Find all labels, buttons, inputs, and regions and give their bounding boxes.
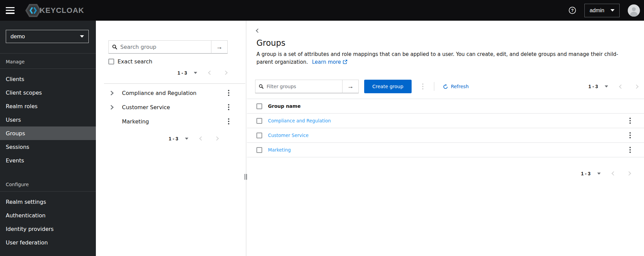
tree-item-label[interactable]: Customer Service bbox=[122, 104, 170, 111]
chevron-right-icon bbox=[627, 171, 631, 176]
next-page-button[interactable] bbox=[626, 170, 632, 177]
chevron-right-icon bbox=[223, 71, 228, 75]
arrow-right-icon: → bbox=[347, 83, 354, 90]
sidebar-item-sessions[interactable]: Sessions bbox=[0, 140, 96, 154]
tree-item-compliance-and-regulation: Compliance and Regulation bbox=[96, 86, 245, 100]
kebab-menu-button[interactable] bbox=[227, 103, 230, 111]
nav-list-configure: Realm settings Authentication Identity p… bbox=[0, 192, 96, 249]
create-group-button[interactable]: Create group bbox=[364, 80, 412, 93]
table-row: Compliance and Regulation bbox=[247, 114, 644, 128]
kebab-menu-button[interactable] bbox=[227, 117, 230, 125]
keycloak-logo[interactable]: KEYCLOAK bbox=[25, 3, 84, 18]
row-checkbox[interactable] bbox=[256, 118, 262, 124]
sidebar-item-realm-roles[interactable]: Realm roles bbox=[0, 99, 96, 113]
caret-down-icon bbox=[80, 35, 84, 38]
chevron-left-icon bbox=[611, 171, 616, 176]
chevron-right-icon bbox=[214, 136, 219, 141]
panel-splitter bbox=[245, 21, 247, 256]
group-link[interactable]: Customer Service bbox=[268, 133, 309, 138]
sidebar-item-authentication[interactable]: Authentication bbox=[0, 209, 96, 222]
sidebar-item-users[interactable]: Users bbox=[0, 113, 96, 126]
caret-down-icon bbox=[194, 72, 197, 74]
realm-selector[interactable]: demo bbox=[6, 30, 89, 43]
sidebar-item-groups[interactable]: Groups bbox=[0, 126, 96, 140]
pagination-menu-toggle[interactable]: 1 - 3 bbox=[581, 171, 601, 176]
pagination-menu-toggle[interactable]: 1 - 3 bbox=[178, 70, 197, 76]
hamburger-menu-button[interactable] bbox=[6, 7, 15, 14]
caret-down-icon bbox=[185, 138, 188, 140]
group-link[interactable]: Compliance and Regulation bbox=[268, 118, 331, 123]
pagination-range: 1 - 3 bbox=[588, 84, 598, 89]
row-kebab-menu-button[interactable] bbox=[628, 146, 632, 154]
next-page-button[interactable] bbox=[633, 83, 639, 91]
group-tree-panel: → Exact search 1 - 3 Compliance and Regu… bbox=[96, 21, 245, 256]
chevron-left-icon bbox=[256, 28, 260, 33]
pagination-range: 1 - 3 bbox=[581, 171, 590, 176]
description-text: A group is a set of attributes and role … bbox=[256, 51, 618, 65]
column-header-group-name: Group name bbox=[268, 103, 300, 109]
sidebar-item-identity-providers[interactable]: Identity providers bbox=[0, 222, 96, 236]
external-link-icon bbox=[341, 59, 347, 65]
sidebar-item-user-federation[interactable]: User federation bbox=[0, 236, 96, 249]
group-search-box bbox=[108, 40, 211, 54]
avatar[interactable] bbox=[628, 4, 640, 17]
pagination-menu-toggle[interactable]: 1 - 3 bbox=[169, 136, 188, 141]
group-search-submit-button[interactable]: → bbox=[211, 40, 228, 54]
group-search-group: → bbox=[108, 40, 228, 54]
row-checkbox[interactable] bbox=[256, 147, 262, 153]
exact-search-label: Exact search bbox=[118, 58, 152, 65]
sidebar-item-realm-settings[interactable]: Realm settings bbox=[0, 195, 96, 209]
row-kebab-menu-button[interactable] bbox=[628, 117, 632, 125]
sidebar-item-client-scopes[interactable]: Client scopes bbox=[0, 86, 96, 99]
group-link[interactable]: Marketing bbox=[268, 147, 291, 153]
table-row: Marketing bbox=[247, 143, 644, 157]
tree-item-label[interactable]: Marketing bbox=[122, 118, 149, 125]
page-header: Groups A group is a set of attributes an… bbox=[247, 38, 644, 66]
learn-more-link[interactable]: Learn more bbox=[312, 59, 347, 65]
filter-groups-submit-button[interactable]: → bbox=[342, 80, 359, 93]
pagination-range: 1 - 3 bbox=[169, 136, 178, 141]
tree-divider bbox=[104, 83, 245, 84]
exact-search-row: Exact search bbox=[108, 58, 245, 65]
splitter-grip[interactable] bbox=[245, 174, 247, 180]
next-page-button[interactable] bbox=[214, 135, 220, 142]
group-search-input[interactable] bbox=[120, 44, 208, 50]
previous-page-button[interactable] bbox=[611, 170, 617, 177]
caret-down-icon bbox=[610, 9, 615, 12]
refresh-button[interactable]: Refresh bbox=[443, 84, 469, 89]
toolbar-kebab-menu-button[interactable] bbox=[421, 82, 424, 91]
table-header-row: Group name bbox=[247, 99, 644, 114]
select-all-checkbox[interactable] bbox=[256, 103, 262, 109]
table-pagination-bottom: 1 - 3 bbox=[247, 170, 644, 177]
groups-toolbar: → Create group Refresh 1 - 3 bbox=[247, 80, 644, 93]
filter-groups-input[interactable] bbox=[267, 84, 339, 89]
expand-toggle[interactable] bbox=[110, 91, 116, 96]
user-dropdown[interactable]: admin bbox=[584, 4, 620, 17]
pagination-menu-toggle[interactable]: 1 - 3 bbox=[588, 84, 608, 89]
row-kebab-menu-button[interactable] bbox=[628, 131, 632, 139]
kebab-menu-button[interactable] bbox=[227, 89, 230, 97]
previous-page-button[interactable] bbox=[207, 69, 213, 77]
previous-page-button[interactable] bbox=[199, 135, 204, 142]
row-checkbox[interactable] bbox=[256, 133, 262, 138]
next-page-button[interactable] bbox=[223, 69, 228, 77]
table-pagination-top: 1 - 3 bbox=[588, 83, 639, 91]
chevron-left-icon bbox=[199, 136, 204, 141]
realm-name: demo bbox=[11, 33, 25, 40]
nav-section-manage: Manage bbox=[0, 54, 96, 69]
help-button[interactable]: ? bbox=[568, 6, 576, 14]
previous-page-button[interactable] bbox=[618, 83, 624, 91]
collapse-panel-button[interactable] bbox=[256, 28, 259, 33]
groups-main-panel: Groups A group is a set of attributes an… bbox=[247, 21, 644, 256]
tree-item-label[interactable]: Compliance and Regulation bbox=[122, 90, 196, 96]
exact-search-checkbox[interactable] bbox=[108, 59, 114, 64]
toolbar-divider bbox=[434, 82, 434, 91]
help-icon: ? bbox=[568, 6, 576, 14]
search-icon bbox=[112, 44, 117, 50]
sidebar-item-events[interactable]: Events bbox=[0, 154, 96, 167]
tree-item-customer-service: Customer Service bbox=[96, 100, 245, 114]
sidebar-item-clients[interactable]: Clients bbox=[0, 72, 96, 86]
search-icon bbox=[259, 84, 264, 89]
caret-down-icon bbox=[605, 85, 608, 87]
expand-toggle[interactable] bbox=[110, 105, 116, 110]
